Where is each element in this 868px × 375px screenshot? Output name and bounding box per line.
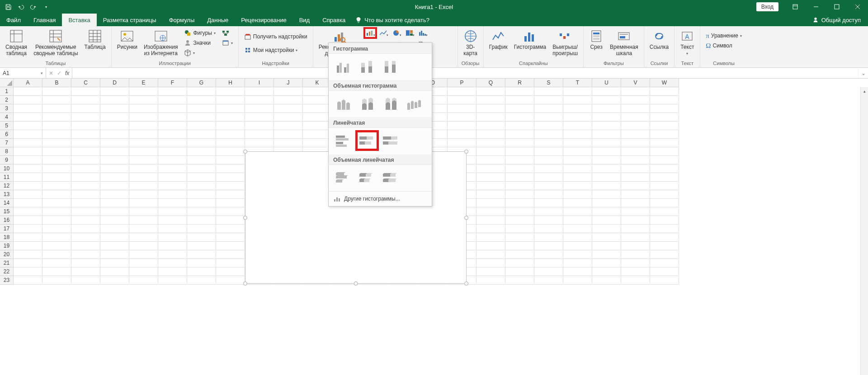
cell[interactable] (71, 207, 100, 216)
cell[interactable] (274, 139, 303, 147)
cell[interactable] (563, 216, 592, 225)
row-header[interactable]: 13 (0, 190, 14, 199)
cell[interactable] (216, 87, 245, 96)
row-header[interactable]: 15 (0, 207, 14, 216)
row-header[interactable]: 23 (0, 276, 14, 285)
cell[interactable] (158, 113, 187, 122)
symbol-button[interactable]: Ω Символ (703, 41, 745, 51)
column-header[interactable]: T (563, 79, 592, 87)
cell[interactable] (505, 207, 534, 216)
cell[interactable] (14, 242, 42, 250)
cell[interactable] (621, 156, 650, 164)
row-header[interactable]: 8 (0, 147, 14, 156)
cell[interactable] (42, 207, 71, 216)
cell[interactable] (100, 164, 129, 173)
cell[interactable] (158, 122, 187, 130)
cell[interactable] (14, 104, 42, 113)
cell[interactable] (563, 164, 592, 173)
column-header[interactable]: H (216, 79, 245, 87)
column-header[interactable]: F (158, 79, 187, 87)
text-button[interactable]: A Текст▾ (677, 27, 697, 56)
cell[interactable] (187, 242, 216, 250)
cell[interactable] (650, 233, 679, 242)
cell[interactable] (129, 259, 158, 267)
cell[interactable] (158, 250, 187, 259)
cell[interactable] (187, 259, 216, 267)
cell[interactable] (476, 267, 505, 276)
cell[interactable] (563, 113, 592, 122)
cell[interactable] (158, 267, 187, 276)
enter-formula-button[interactable]: ✓ (57, 70, 61, 76)
insert-statistic-chart[interactable]: ▾ (417, 28, 429, 38)
cell[interactable] (245, 130, 274, 139)
cell[interactable] (216, 139, 245, 147)
cell[interactable] (563, 147, 592, 156)
cell[interactable] (71, 259, 100, 267)
cell[interactable] (650, 207, 679, 216)
cell[interactable] (534, 147, 563, 156)
cell[interactable] (129, 182, 158, 190)
cell[interactable] (158, 190, 187, 199)
cell[interactable] (100, 122, 129, 130)
column-header[interactable]: K (303, 79, 332, 87)
cell[interactable] (534, 164, 563, 173)
cell[interactable] (158, 87, 187, 96)
close-button[interactable] (847, 0, 868, 14)
cell[interactable] (592, 190, 621, 199)
pivot-table-button[interactable]: Сводная таблица (3, 27, 30, 57)
cell[interactable] (42, 113, 71, 122)
cell[interactable] (42, 139, 71, 147)
tab-review[interactable]: Рецензирование (235, 14, 292, 26)
cell[interactable] (245, 139, 274, 147)
clustered-column-3d[interactable] (333, 94, 354, 112)
cell[interactable] (129, 225, 158, 233)
expand-formula-bar[interactable]: ⌄ (858, 68, 868, 78)
cell[interactable] (650, 216, 679, 225)
cell[interactable] (42, 104, 71, 113)
cell[interactable] (158, 207, 187, 216)
cell[interactable] (505, 139, 534, 147)
cell[interactable] (216, 242, 245, 250)
cell[interactable] (158, 96, 187, 104)
cell[interactable] (592, 233, 621, 242)
row-header[interactable]: 9 (0, 156, 14, 164)
row-header[interactable]: 6 (0, 130, 14, 139)
cell[interactable] (476, 259, 505, 267)
cell[interactable] (100, 190, 129, 199)
cell[interactable] (592, 182, 621, 190)
cell[interactable] (505, 130, 534, 139)
cell[interactable] (448, 87, 476, 96)
cell[interactable] (100, 199, 129, 207)
save-button[interactable] (3, 1, 14, 12)
ribbon-display-options[interactable] (785, 0, 806, 14)
cell[interactable] (100, 130, 129, 139)
cell[interactable] (650, 242, 679, 250)
cell[interactable] (71, 104, 100, 113)
cell[interactable] (14, 190, 42, 199)
cell[interactable] (505, 156, 534, 164)
online-pictures-button[interactable]: Изображения из Интернета (141, 27, 180, 57)
row-header[interactable]: 1 (0, 87, 14, 96)
cell[interactable] (534, 267, 563, 276)
stacked-column-100[interactable] (380, 57, 401, 75)
cell[interactable] (100, 242, 129, 250)
select-all-corner[interactable] (0, 79, 14, 87)
cell[interactable] (129, 199, 158, 207)
cell[interactable] (129, 87, 158, 96)
cell[interactable] (158, 164, 187, 173)
cell[interactable] (650, 164, 679, 173)
cell[interactable] (534, 225, 563, 233)
cell[interactable] (129, 147, 158, 156)
cell[interactable] (129, 276, 158, 285)
cell[interactable] (129, 130, 158, 139)
cell[interactable] (621, 164, 650, 173)
insert-line-chart[interactable]: ▾ (377, 28, 389, 38)
cell[interactable] (14, 113, 42, 122)
name-box[interactable]: A1 ▾ (0, 68, 46, 78)
column-header[interactable]: G (187, 79, 216, 87)
cell[interactable] (216, 250, 245, 259)
cell[interactable] (563, 139, 592, 147)
cell[interactable] (216, 130, 245, 139)
cell[interactable] (14, 147, 42, 156)
cell[interactable] (158, 147, 187, 156)
